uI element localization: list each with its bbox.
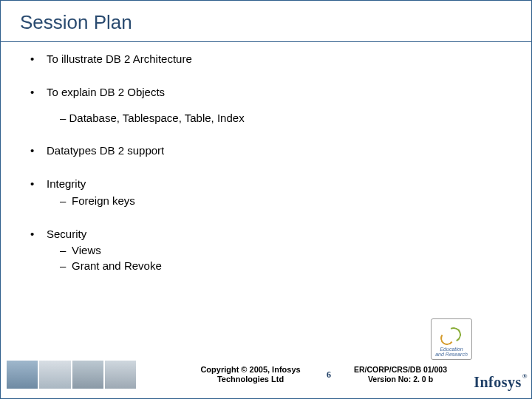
sub-list: Views Grant and Revoke bbox=[47, 244, 502, 273]
bullet-text: Security bbox=[47, 228, 86, 240]
sub-item: Database, Tablespace, Table, Index bbox=[60, 112, 245, 124]
slide: Session Plan To illustrate DB 2 Architec… bbox=[0, 0, 532, 399]
copyright-line-2: Technologies Ltd bbox=[188, 375, 313, 384]
logo-text: Infosys bbox=[474, 374, 522, 390]
sub-item: Grant and Revoke bbox=[60, 259, 502, 273]
footer-thumb bbox=[72, 361, 103, 389]
sub-list: Database, Tablespace, Table, Index bbox=[30, 112, 502, 126]
footer-thumb bbox=[105, 361, 136, 389]
bullet-text: To explain DB 2 Objects bbox=[47, 86, 165, 98]
bullet-item: To explain DB 2 Objects bbox=[30, 86, 502, 100]
document-reference: ER/CORP/CRS/DB 01/003 Version No: 2. 0 b bbox=[349, 365, 452, 384]
bullet-text: Integrity bbox=[47, 177, 86, 190]
bullet-item: Integrity Foreign keys bbox=[30, 177, 502, 208]
slide-title: Session Plan bbox=[1, 1, 531, 41]
slide-number: 6 bbox=[327, 369, 331, 381]
sub-item: Views bbox=[60, 244, 502, 258]
footer-image-strip bbox=[7, 361, 136, 389]
slide-body: To illustrate DB 2 Architecture To expla… bbox=[1, 42, 531, 273]
infosys-logo: Infosys® bbox=[474, 374, 527, 391]
bullet-text: Datatypes DB 2 support bbox=[47, 144, 164, 157]
docref-line-1: ER/CORP/CRS/DB 01/003 bbox=[349, 365, 452, 375]
copyright: Copyright © 2005, Infosys Technologies L… bbox=[188, 365, 313, 384]
bullet-text: To illustrate DB 2 Architecture bbox=[47, 52, 192, 65]
bullet-list: To illustrate DB 2 Architecture To expla… bbox=[30, 52, 502, 100]
badge-icon bbox=[439, 324, 464, 347]
bullet-item: To illustrate DB 2 Architecture bbox=[30, 52, 502, 66]
footer-thumb bbox=[7, 361, 38, 389]
copyright-line-1: Copyright © 2005, Infosys bbox=[188, 365, 313, 375]
footer-thumb bbox=[39, 361, 70, 389]
sub-item: Foreign keys bbox=[60, 194, 502, 208]
registered-mark: ® bbox=[522, 372, 528, 380]
bullet-list: Datatypes DB 2 support Integrity Foreign… bbox=[30, 144, 502, 273]
bullet-item: Security Views Grant and Revoke bbox=[30, 228, 502, 273]
sub-list: Foreign keys bbox=[47, 194, 502, 208]
bullet-item: Datatypes DB 2 support bbox=[30, 144, 502, 158]
docref-line-2: Version No: 2. 0 b bbox=[349, 375, 452, 384]
footer: Copyright © 2005, Infosys Technologies L… bbox=[1, 351, 531, 398]
